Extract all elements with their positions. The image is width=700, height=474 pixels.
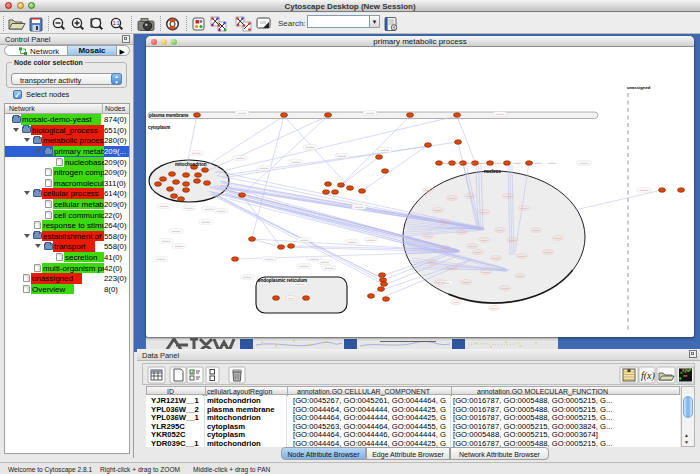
- svg-text:1:1: 1:1: [113, 20, 120, 26]
- svg-text:unassigned: unassigned: [627, 85, 651, 90]
- svg-text:nucleus: nucleus: [484, 169, 502, 174]
- svg-text:f(x): f(x): [641, 370, 656, 382]
- svg-text:mitochondrion: mitochondrion: [175, 162, 207, 167]
- svg-text:plasma membrane: plasma membrane: [149, 113, 189, 118]
- svg-text:cytoplasm: cytoplasm: [148, 125, 170, 130]
- svg-text:endoplasmic reticulum: endoplasmic reticulum: [258, 278, 307, 283]
